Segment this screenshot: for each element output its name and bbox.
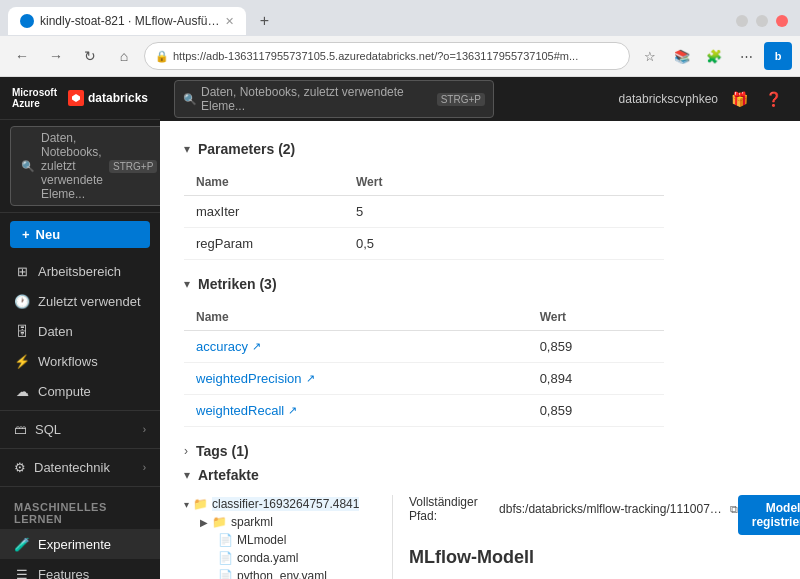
new-icon: + (22, 227, 30, 242)
tree-conda[interactable]: 📄 conda.yaml (184, 549, 384, 567)
metric-name-0: accuracy ↗ (184, 331, 528, 363)
accuracy-label: accuracy (196, 339, 248, 354)
forward-button[interactable]: → (42, 42, 70, 70)
help-icon[interactable]: ❓ (760, 86, 786, 112)
folder-icon: 📁 (193, 497, 208, 511)
main-scroll: ▾ Parameters (2) Name Wert maxIter 5 (160, 121, 800, 579)
star-button[interactable]: ☆ (636, 42, 664, 70)
home-button[interactable]: ⌂ (110, 42, 138, 70)
db-search-text: Daten, Notebooks, zuletzt verwendete Ele… (201, 85, 433, 113)
gift-icon[interactable]: 🎁 (726, 86, 752, 112)
artifact-path-value: dbfs:/databricks/mlflow-tracking/1110075… (499, 502, 724, 516)
back-button[interactable]: ← (8, 42, 36, 70)
sidebar-item-datentechnik[interactable]: ⚙ Datentechnik › (0, 453, 160, 482)
metrics-toggle-icon[interactable]: ▾ (184, 277, 190, 291)
sidebar-item-sql[interactable]: 🗃 SQL › (0, 415, 160, 444)
tree-python-env[interactable]: 📄 python_env.yaml (184, 567, 384, 579)
artifact-path-label: Vollständiger Pfad: (409, 495, 493, 523)
url-bar[interactable]: 🔒 https://adb-1363117955737105.5.azureda… (144, 42, 630, 70)
close-tab-icon[interactable]: ✕ (225, 15, 234, 28)
sql-label: SQL (35, 422, 61, 437)
sql-arrow-icon: › (143, 424, 146, 435)
tree-root-label: classifier-1693264757.4841 (212, 497, 359, 511)
tree-mlmodel[interactable]: 📄 MLmodel (184, 531, 384, 549)
weightedprecision-link[interactable]: weightedPrecision ↗ (196, 371, 516, 386)
parameters-toggle-icon[interactable]: ▾ (184, 142, 190, 156)
register-model-button[interactable]: Modell registrieren (738, 495, 800, 535)
tree-sparkml-label: sparkml (231, 515, 273, 529)
search-text: Daten, Notebooks, zuletzt verwendete Ele… (41, 131, 103, 201)
params-col-value: Wert (344, 169, 664, 196)
zuletzt-icon: 🕐 (14, 293, 30, 309)
ms-azure-logo: Microsoft Azure (12, 87, 60, 109)
artifact-tree: ▾ 📁 classifier-1693264757.4841 ▶ 📁 spark… (184, 495, 384, 579)
sidebar-item-workflows[interactable]: ⚡ Workflows (0, 346, 160, 376)
param-value-1: 0,5 (344, 228, 664, 260)
datentechnik-label: Datentechnik (34, 460, 110, 475)
refresh-button[interactable]: ↻ (76, 42, 104, 70)
copy-path-icon[interactable]: ⧉ (730, 503, 738, 516)
root-toggle-icon: ▾ (184, 499, 189, 510)
svg-marker-0 (72, 94, 80, 102)
tab-bar: kindly-stoat-821 · MLflow-Ausfü… ✕ + (0, 0, 800, 36)
browser-tab[interactable]: kindly-stoat-821 · MLflow-Ausfü… ✕ (8, 7, 246, 35)
sidebar-divider-1 (0, 410, 160, 411)
accuracy-link[interactable]: accuracy ↗ (196, 339, 516, 354)
sidebar-divider-2 (0, 448, 160, 449)
new-button[interactable]: + Neu (10, 221, 150, 248)
sql-icon: 🗃 (14, 422, 27, 437)
workflows-icon: ⚡ (14, 353, 30, 369)
maximize-button[interactable] (756, 15, 768, 27)
artifact-path-row: Vollständiger Pfad: dbfs:/databricks/mlf… (409, 495, 800, 535)
weightedrecall-link[interactable]: weightedRecall ↗ (196, 403, 516, 418)
param-name-0: maxIter (184, 196, 344, 228)
close-button[interactable] (776, 15, 788, 27)
collections-button[interactable]: 📚 (668, 42, 696, 70)
tags-toggle-icon[interactable]: › (184, 444, 188, 458)
sidebar-label-workflows: Workflows (38, 354, 98, 369)
extensions-button[interactable]: 🧩 (700, 42, 728, 70)
sidebar-item-experimente[interactable]: 🧪 Experimente (0, 529, 160, 559)
tree-mlmodel-label: MLmodel (237, 533, 286, 547)
parameters-section-header: ▾ Parameters (2) (184, 141, 776, 157)
arbeitsbereich-icon: ⊞ (14, 263, 30, 279)
workspace-label: databrickscvphkeo (619, 92, 718, 106)
param-name-1: regParam (184, 228, 344, 260)
tags-section-header: › Tags (1) (184, 443, 776, 459)
sidebar-item-features[interactable]: ☰ Features (0, 559, 160, 579)
tree-sparkml[interactable]: ▶ 📁 sparkml (184, 513, 384, 531)
table-row: regParam 0,5 (184, 228, 664, 260)
mlflow-model-title: MLflow-Modell (409, 547, 800, 568)
databricks-logo: databricks (68, 90, 148, 106)
artifacts-toggle-icon[interactable]: ▾ (184, 468, 190, 482)
metrics-title: Metriken (3) (198, 276, 277, 292)
ml-section-label: Maschinelles Lernen (0, 491, 160, 529)
sidebar-item-daten[interactable]: 🗄 Daten (0, 316, 160, 346)
minimize-button[interactable] (736, 15, 748, 27)
table-row: weightedRecall ↗ 0,859 (184, 395, 664, 427)
db-search-bar[interactable]: 🔍 Daten, Notebooks, zuletzt verwendete E… (174, 80, 494, 118)
new-label: Neu (36, 227, 61, 242)
tree-root[interactable]: ▾ 📁 classifier-1693264757.4841 (184, 495, 384, 513)
weightedrecall-label: weightedRecall (196, 403, 284, 418)
sparkml-toggle-icon: ▶ (200, 517, 208, 528)
mlmodel-file-icon: 📄 (218, 533, 233, 547)
new-tab-button[interactable]: + (250, 7, 278, 35)
sidebar-item-zuletzt[interactable]: 🕐 Zuletzt verwendet (0, 286, 160, 316)
search-bar[interactable]: 🔍 Daten, Notebooks, zuletzt verwendete E… (10, 126, 160, 206)
sidebar-item-arbeitsbereich[interactable]: ⊞ Arbeitsbereich (0, 256, 160, 286)
sidebar-item-compute[interactable]: ☁ Compute (0, 376, 160, 406)
table-row: weightedPrecision ↗ 0,894 (184, 363, 664, 395)
menu-button[interactable]: ⋯ (732, 42, 760, 70)
tags-title: Tags (1) (196, 443, 249, 459)
sparkml-folder-icon: 📁 (212, 515, 227, 529)
artifacts-title: Artefakte (198, 467, 259, 483)
metric-name-1: weightedPrecision ↗ (184, 363, 528, 395)
metric-name-2: weightedRecall ↗ (184, 395, 528, 427)
artifact-detail: Vollständiger Pfad: dbfs:/databricks/mlf… (392, 495, 800, 579)
weightedprecision-label: weightedPrecision (196, 371, 302, 386)
bing-button[interactable]: b (764, 42, 792, 70)
experimente-icon: 🧪 (14, 536, 30, 552)
db-search-shortcut: STRG+P (437, 93, 485, 106)
metric-value-2: 0,859 (528, 395, 664, 427)
